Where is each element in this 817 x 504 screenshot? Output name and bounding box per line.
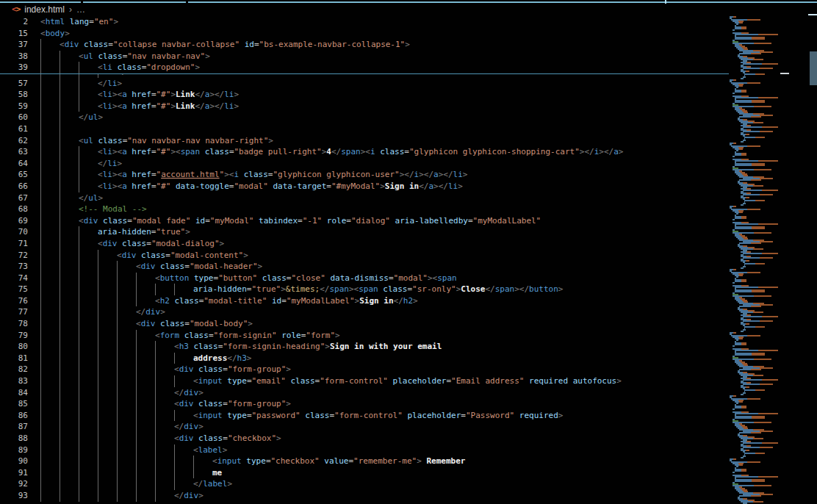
code-line-text[interactable]: <input type="email" class="form-control"… (40, 375, 727, 387)
code-line[interactable]: 86<input type="password" class="form-con… (0, 410, 727, 422)
code-line-text[interactable]: </div> (40, 387, 727, 399)
line-number[interactable]: 39 (0, 62, 28, 73)
code-line-text[interactable]: <form class="form-signin" role="form"> (40, 330, 727, 342)
line-number[interactable]: 92 (0, 478, 28, 490)
code-line-text[interactable]: <li><a href="#">Link</a></li> (40, 101, 727, 112)
code-line-text[interactable]: <h3 class="form-signin-heading">Sign in … (40, 341, 727, 353)
code-line-text[interactable]: <label> (40, 444, 727, 456)
line-number[interactable]: 82 (0, 364, 28, 375)
line-number[interactable]: 71 (0, 238, 28, 250)
code-line[interactable]: 38<ul class="nav navbar-nav"> (0, 51, 727, 62)
code-line[interactable]: 64</li> (0, 158, 727, 170)
line-number[interactable]: 88 (0, 433, 28, 444)
code-line-text[interactable]: <div class="modal fade" id="myModal" tab… (40, 215, 727, 227)
code-line-text[interactable]: <div class="modal-content"> (40, 250, 727, 262)
minimap[interactable] (727, 16, 808, 504)
code-line-text[interactable]: <!-- Modal --> (40, 204, 727, 215)
code-line[interactable]: 68<!-- Modal --> (0, 204, 727, 215)
code-line[interactable]: 69<div class="modal fade" id="myModal" t… (0, 215, 727, 227)
code-line-text[interactable]: <div class="modal-dialog"> (40, 238, 727, 250)
line-number[interactable]: 75 (0, 284, 28, 295)
scrollbar-thumb[interactable] (810, 51, 817, 85)
line-number[interactable]: 87 (0, 421, 28, 433)
code-line-text[interactable]: <input type="checkbox" value="remember-m… (40, 456, 727, 467)
code-line-text[interactable]: address</h3> (40, 353, 727, 364)
line-number[interactable]: 76 (0, 295, 28, 307)
code-line[interactable]: 90<input type="checkbox" value="remember… (0, 456, 727, 467)
code-line-text[interactable]: <html lang="en"> (40, 16, 727, 28)
code-line[interactable]: 91me (0, 467, 727, 479)
code-line[interactable]: 59<li><a href="#">Link</a></li> (0, 101, 727, 112)
line-number[interactable]: 15 (0, 28, 28, 40)
code-line[interactable]: 72<div class="modal-content"> (0, 250, 727, 262)
line-number[interactable]: 78 (0, 318, 28, 330)
line-number[interactable]: 93 (0, 490, 28, 502)
code-line[interactable]: 37<div class="collapse navbar-collapse" … (0, 39, 727, 51)
line-number[interactable]: 89 (0, 444, 28, 456)
code-line[interactable]: 66<li><a href="#" data-toggle="modal" da… (0, 181, 727, 192)
code-line-text[interactable]: </label> (40, 478, 727, 490)
code-line[interactable]: 80<h3 class="form-signin-heading">Sign i… (0, 341, 727, 353)
code-line[interactable]: 2<html lang="en"> (0, 16, 727, 28)
code-line-text[interactable]: aria-hidden="true"> (40, 226, 727, 238)
code-line[interactable]: 92</label> (0, 478, 727, 490)
code-line[interactable]: 76<h2 class="modal-title" id="myModalLab… (0, 295, 727, 307)
code-line-text[interactable]: <body> (40, 28, 727, 40)
line-number[interactable]: 72 (0, 250, 28, 262)
code-line[interactable]: 71<div class="modal-dialog"> (0, 238, 727, 250)
code-line[interactable]: 62<ul class="nav navbar-nav navbar-right… (0, 135, 727, 147)
code-line[interactable]: 84</div> (0, 387, 727, 399)
code-line-text[interactable]: <ul class="nav navbar-nav navbar-right"> (40, 135, 727, 147)
code-line-text[interactable]: </ul> (40, 112, 727, 123)
code-line-text[interactable]: <li><a href="#" data-toggle="modal" data… (40, 181, 727, 192)
code-area[interactable]: </ul>57</li>58<li><a href="#">Link</a></… (0, 66, 727, 504)
code-line[interactable]: 61 (0, 123, 727, 135)
line-number[interactable]: 65 (0, 169, 28, 181)
code-line-text[interactable]: <div class="modal-body"> (40, 318, 727, 330)
code-line[interactable]: 93</div> (0, 490, 727, 502)
code-line-text[interactable]: </div> (40, 306, 727, 318)
code-line-text[interactable]: <li class="dropdown"> (40, 62, 727, 73)
code-line-text[interactable]: </ul> (40, 192, 727, 204)
line-number[interactable]: 85 (0, 398, 28, 410)
code-line[interactable]: 57</li> (0, 78, 727, 90)
code-line-text[interactable]: <li><a href="account.html"><i class="gly… (40, 169, 727, 181)
code-line-text[interactable]: <ul class="nav navbar-nav"> (40, 51, 727, 62)
line-number[interactable]: 77 (0, 306, 28, 318)
code-line-text[interactable]: </li> (40, 78, 727, 90)
code-line-text[interactable]: <li><a href="#"><span class="badge pull-… (40, 146, 727, 158)
sticky-scroll[interactable]: 2<html lang="en">15<body>37<div class="c… (0, 16, 727, 73)
line-number[interactable]: 64 (0, 158, 28, 170)
code-line[interactable]: 70aria-hidden="true"> (0, 226, 727, 238)
code-line-text[interactable]: <div class="form-group"> (40, 398, 727, 410)
code-line[interactable]: 74<button type="button" class="close" da… (0, 273, 727, 284)
code-line-text[interactable]: </div> (40, 490, 727, 502)
code-line[interactable]: 60</ul> (0, 112, 727, 123)
code-line[interactable]: 67</ul> (0, 192, 727, 204)
code-line-text[interactable]: <button type="button" class="close" data… (40, 273, 727, 284)
code-line[interactable]: 65<li><a href="account.html"><i class="g… (0, 169, 727, 181)
line-number[interactable]: 86 (0, 410, 28, 422)
code-line-text[interactable]: <div class="modal-header"> (40, 261, 727, 273)
code-line-text[interactable]: </li> (40, 158, 727, 170)
line-number[interactable]: 2 (0, 16, 28, 28)
code-line[interactable]: 83<input type="email" class="form-contro… (0, 375, 727, 387)
breadcrumb-ellipsis[interactable]: … (76, 4, 85, 15)
code-line[interactable]: 73<div class="modal-header"> (0, 261, 727, 273)
code-line-text[interactable]: </div> (40, 421, 727, 433)
line-number[interactable]: 84 (0, 387, 28, 399)
code-line[interactable]: 79<form class="form-signin" role="form"> (0, 330, 727, 342)
line-number[interactable]: 37 (0, 39, 28, 51)
line-number[interactable]: 90 (0, 456, 28, 467)
line-number[interactable]: 63 (0, 146, 28, 158)
line-number[interactable]: 57 (0, 78, 28, 90)
code-line[interactable]: 85<div class="form-group"> (0, 398, 727, 410)
code-line-text[interactable]: <h2 class="modal-title" id="myModalLabel… (40, 295, 727, 307)
code-line[interactable]: 77</div> (0, 306, 727, 318)
code-line[interactable]: 75aria-hidden="true">&times;</span><span… (0, 284, 727, 295)
code-line[interactable]: 88<div class="checkbox"> (0, 433, 727, 444)
line-number[interactable]: 79 (0, 330, 28, 342)
code-line-text[interactable]: me (40, 467, 727, 479)
line-number[interactable]: 70 (0, 226, 28, 238)
code-line[interactable]: 78<div class="modal-body"> (0, 318, 727, 330)
